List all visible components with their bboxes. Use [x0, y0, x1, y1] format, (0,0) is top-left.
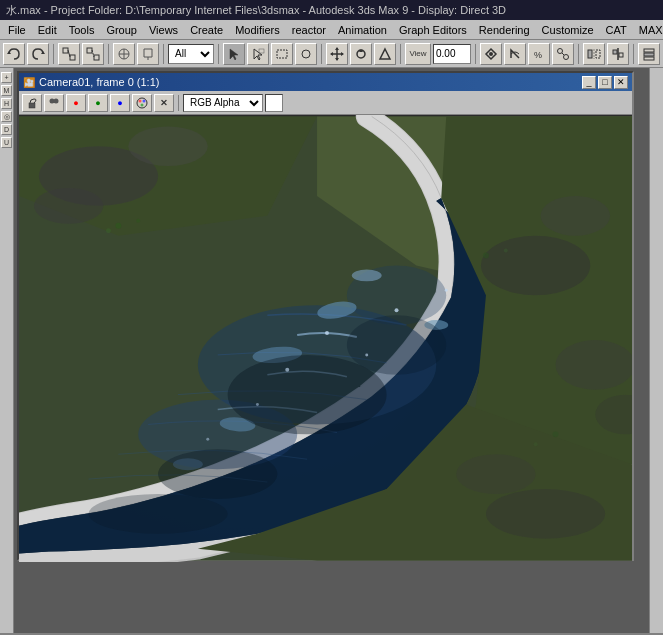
view-btn1[interactable]: View — [405, 43, 431, 65]
select-link-button[interactable] — [58, 43, 80, 65]
menu-file[interactable]: File — [2, 23, 32, 37]
svg-point-86 — [395, 308, 399, 312]
svg-point-80 — [325, 331, 329, 335]
snap-toggle-button[interactable] — [480, 43, 502, 65]
select-mode-dropdown[interactable]: All Invert None — [168, 44, 214, 64]
viewport-lock-button[interactable] — [22, 94, 42, 112]
sep9 — [633, 44, 634, 64]
menu-cat[interactable]: CAT — [600, 23, 633, 37]
viewport-palette-button[interactable] — [132, 94, 152, 112]
angle-snap-button[interactable] — [504, 43, 526, 65]
menu-modifiers[interactable]: Modifiers — [229, 23, 286, 37]
unlink-button[interactable] — [82, 43, 104, 65]
svg-line-31 — [562, 53, 564, 55]
display-panel-button[interactable]: D — [1, 124, 12, 135]
menu-group[interactable]: Group — [100, 23, 143, 37]
svg-text:%: % — [534, 50, 542, 60]
menu-customize[interactable]: Customize — [536, 23, 600, 37]
motion-panel-button[interactable]: ◎ — [1, 111, 12, 122]
toolbar-main: All Invert None View % — [0, 40, 663, 68]
svg-point-76 — [228, 355, 387, 434]
menu-reactor[interactable]: reactor — [286, 23, 332, 37]
viewport-window-controls: _ □ ✕ — [582, 76, 628, 89]
viewport-close-button[interactable]: ✕ — [614, 76, 628, 89]
select-rotate-button[interactable] — [350, 43, 372, 65]
svg-point-101 — [534, 442, 538, 446]
svg-point-90 — [541, 196, 611, 236]
svg-point-89 — [555, 340, 632, 390]
rect-select-button[interactable] — [271, 43, 293, 65]
svg-rect-37 — [619, 53, 623, 57]
viewport-minimize-button[interactable]: _ — [582, 76, 596, 89]
viewport-green-channel-button[interactable]: ● — [88, 94, 108, 112]
svg-rect-38 — [644, 49, 654, 52]
svg-rect-16 — [277, 50, 287, 58]
viewport-red-channel-button[interactable]: ● — [66, 94, 86, 112]
menu-graph-editors[interactable]: Graph Editors — [393, 23, 473, 37]
viewport-color-swatch[interactable] — [265, 94, 283, 112]
svg-point-30 — [564, 54, 569, 59]
menu-rendering[interactable]: Rendering — [473, 23, 536, 37]
redo-button[interactable] — [27, 43, 49, 65]
viewport-blue-channel-button[interactable]: ● — [110, 94, 130, 112]
svg-point-95 — [115, 223, 121, 229]
menu-tools[interactable]: Tools — [63, 23, 101, 37]
coord-x-input[interactable] — [433, 44, 471, 64]
viewport-window: 🎦 Camera01, frame 0 (1:1) _ □ ✕ ● — [17, 71, 634, 561]
layer-button[interactable] — [638, 43, 660, 65]
align-button[interactable] — [607, 43, 629, 65]
svg-point-96 — [136, 219, 140, 223]
svg-point-81 — [365, 353, 368, 356]
menu-views[interactable]: Views — [143, 23, 184, 37]
select-object-button[interactable] — [137, 43, 159, 65]
svg-point-98 — [483, 253, 489, 259]
select-move-button[interactable] — [326, 43, 348, 65]
menu-animation[interactable]: Animation — [332, 23, 393, 37]
sep8 — [578, 44, 579, 64]
svg-marker-20 — [335, 58, 339, 61]
menu-bar: File Edit Tools Group Views Create Modif… — [0, 20, 663, 40]
sep5 — [321, 44, 322, 64]
svg-marker-11 — [144, 49, 152, 57]
viewport-figures-button[interactable] — [44, 94, 64, 112]
select-tool-button[interactable] — [223, 43, 245, 65]
svg-rect-52 — [29, 103, 35, 108]
svg-point-54 — [54, 98, 59, 103]
svg-marker-0 — [7, 51, 11, 54]
menu-maxscript[interactable]: MAXScript — [633, 23, 663, 37]
viewport-render[interactable] — [19, 115, 632, 562]
hierarchy-panel-button[interactable]: H — [1, 98, 12, 109]
menu-edit[interactable]: Edit — [32, 23, 63, 37]
bind-space-warp-button[interactable] — [113, 43, 135, 65]
viewport-restore-button[interactable]: □ — [598, 76, 612, 89]
svg-marker-25 — [380, 49, 390, 59]
spinner-snap-button[interactable] — [552, 43, 574, 65]
percent-snap-button[interactable]: % — [528, 43, 550, 65]
left-toolbar: + M H ◎ D U — [0, 68, 14, 633]
viewport-clear-button[interactable]: ✕ — [154, 94, 174, 112]
select-scale-button[interactable] — [374, 43, 396, 65]
mirror-button[interactable] — [583, 43, 605, 65]
svg-marker-13 — [230, 49, 238, 60]
svg-rect-6 — [94, 55, 99, 60]
svg-point-82 — [285, 368, 289, 372]
utilities-panel-button[interactable]: U — [1, 137, 12, 148]
select-region-button[interactable] — [247, 43, 269, 65]
svg-point-100 — [553, 431, 559, 437]
create-panel-button[interactable]: + — [1, 72, 12, 83]
svg-rect-3 — [70, 55, 75, 60]
svg-point-83 — [445, 289, 448, 292]
main-area: + M H ◎ D U 🎦 Camera01, frame 0 (1:1) _ … — [0, 68, 663, 633]
svg-point-94 — [456, 454, 535, 494]
undo-button[interactable] — [3, 43, 25, 65]
svg-point-78 — [158, 449, 277, 499]
sep2 — [108, 44, 109, 64]
svg-point-58 — [141, 103, 144, 106]
svg-point-77 — [347, 315, 446, 375]
modify-panel-button[interactable]: M — [1, 85, 12, 96]
title-text: 水.max - Project Folder: D:\Temporary Int… — [6, 3, 506, 18]
svg-rect-2 — [63, 48, 68, 53]
lasso-select-button[interactable] — [295, 43, 317, 65]
viewport-channel-select[interactable]: RGB Alpha RGB Alpha Red Green Blue — [183, 94, 263, 112]
menu-create[interactable]: Create — [184, 23, 229, 37]
